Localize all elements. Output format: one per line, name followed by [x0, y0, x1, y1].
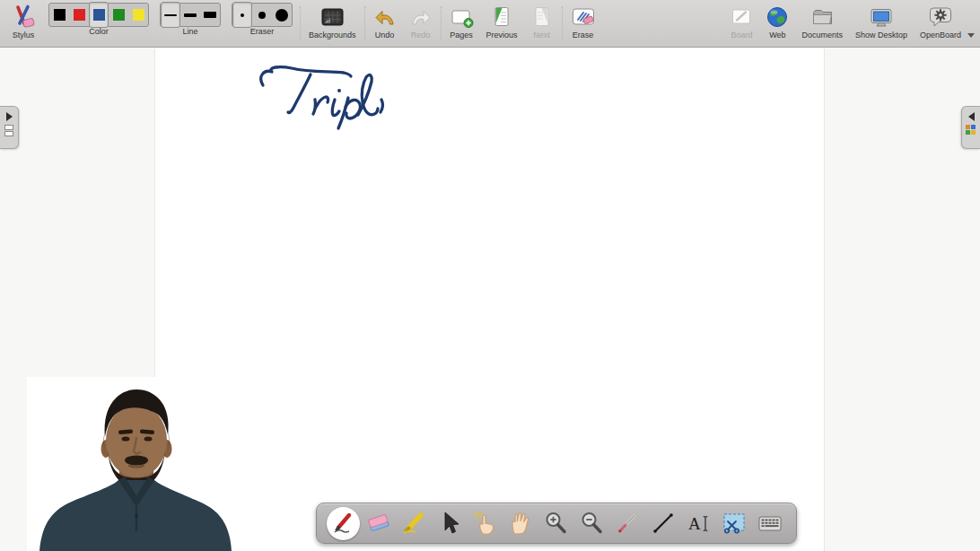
folder-icon — [810, 4, 835, 31]
line-thin-selected[interactable] — [161, 2, 180, 28]
toolbar-overflow-caret[interactable] — [967, 33, 975, 38]
line-tool-button[interactable] — [646, 505, 680, 541]
hand-tool-button[interactable] — [503, 505, 538, 541]
backgrounds-button[interactable]: Backgrounds — [302, 0, 363, 47]
color-swatch-black[interactable] — [49, 3, 69, 27]
previous-page-icon — [490, 4, 513, 31]
previous-page-button[interactable]: Previous — [480, 0, 524, 47]
capture-tool-button[interactable] — [717, 505, 751, 541]
toolbar-spacer — [602, 0, 724, 47]
eraser-icon — [365, 511, 392, 536]
color-swatch-green[interactable] — [109, 3, 128, 27]
color-swatch-yellow[interactable] — [128, 3, 148, 27]
laser-tool-button[interactable] — [610, 505, 644, 541]
color-swatch-group — [48, 3, 149, 27]
undo-button[interactable]: Undo — [367, 0, 403, 47]
show-desktop-label: Show Desktop — [855, 31, 907, 39]
redo-label: Redo — [411, 31, 431, 39]
stylus-palette: A — [316, 503, 797, 544]
whiteboard-page[interactable] — [154, 48, 825, 551]
line-thick[interactable] — [200, 3, 220, 27]
expand-left-icon — [968, 112, 975, 121]
top-toolbar: Stylus Color Line — [0, 0, 980, 48]
next-label: Next — [533, 31, 550, 39]
left-panel-tab[interactable] — [0, 106, 19, 149]
erase-label: Erase — [573, 31, 594, 39]
toolbar-separator — [364, 6, 365, 40]
pan-hand-icon — [507, 510, 534, 537]
zoom-out-icon — [580, 511, 605, 536]
eraser-size-group — [232, 3, 293, 27]
undo-label: Undo — [375, 31, 395, 39]
zoom-in-icon — [544, 511, 569, 536]
line-width-picker: Line — [154, 0, 226, 47]
line-label: Line — [182, 27, 197, 36]
eraser-tool-button[interactable] — [362, 505, 396, 541]
selected-tool-ring — [327, 507, 360, 540]
pen-icon — [330, 511, 355, 536]
eraser-label: Eraser — [250, 27, 275, 36]
color-label: Color — [89, 27, 109, 36]
highlighter-icon — [400, 511, 427, 536]
documents-label: Documents — [801, 31, 843, 39]
erase-button[interactable]: Erase — [564, 0, 602, 47]
backgrounds-label: Backgrounds — [309, 31, 356, 39]
eraser-medium[interactable] — [252, 3, 272, 27]
gear-bubble-icon — [928, 4, 953, 31]
documents-button[interactable]: Documents — [795, 0, 849, 47]
toolbar-separator — [562, 6, 563, 40]
toolbar-separator — [441, 6, 442, 40]
line-medium[interactable] — [180, 3, 200, 27]
previous-label: Previous — [486, 31, 518, 39]
zoom-out-tool-button[interactable] — [575, 505, 609, 541]
pen-tool-button[interactable] — [326, 505, 360, 541]
board-mode-icon — [730, 4, 753, 31]
right-panel-tab[interactable] — [961, 106, 980, 149]
capture-scissors-icon — [721, 511, 748, 536]
next-page-icon — [530, 4, 554, 31]
board-mode-button[interactable]: Board — [723, 0, 759, 47]
laser-pointer-icon — [615, 511, 640, 536]
expand-right-icon — [6, 112, 13, 121]
zoom-in-tool-button[interactable] — [539, 505, 573, 541]
interact-tool-button[interactable] — [468, 505, 503, 541]
pointing-hand-icon — [472, 510, 499, 537]
globe-icon — [766, 4, 789, 31]
text-icon: A — [685, 511, 713, 536]
chalkboard-icon — [320, 4, 345, 31]
stylus-pens-icon — [10, 4, 37, 31]
redo-arrow-icon — [409, 4, 433, 31]
selector-tool-button[interactable] — [433, 505, 467, 541]
web-label: Web — [769, 31, 785, 39]
toolbar-separator — [300, 6, 301, 40]
highlighter-tool-button[interactable] — [397, 505, 431, 541]
openboard-menu-button[interactable]: OpenBoard — [914, 0, 967, 47]
line-icon — [651, 511, 676, 536]
keyboard-icon — [757, 512, 783, 535]
add-page-icon — [450, 4, 474, 31]
redo-button[interactable]: Redo — [403, 0, 439, 47]
eraser-size-picker: Eraser — [226, 0, 298, 47]
show-desktop-button[interactable]: Show Desktop — [849, 0, 914, 47]
erase-board-icon — [571, 4, 596, 31]
color-swatch-blue-selected[interactable] — [89, 2, 109, 28]
color-picker: Color — [43, 0, 154, 47]
web-button[interactable]: Web — [759, 0, 795, 47]
pages-button[interactable]: Pages — [443, 0, 480, 47]
undo-arrow-icon — [373, 4, 397, 31]
monitor-icon — [869, 4, 894, 31]
stylus-button[interactable]: Stylus — [4, 0, 43, 47]
page-thumbnails-icon — [4, 125, 14, 138]
color-swatch-red[interactable] — [69, 3, 89, 27]
eraser-large[interactable] — [272, 3, 292, 27]
svg-text:A: A — [688, 514, 701, 533]
openboard-label: OpenBoard — [920, 31, 961, 39]
next-page-button[interactable]: Next — [524, 0, 560, 47]
stylus-label: Stylus — [13, 31, 35, 39]
eraser-small-selected[interactable] — [232, 2, 252, 28]
library-icon — [966, 125, 976, 136]
keyboard-tool-button[interactable] — [753, 505, 787, 541]
line-width-group — [160, 3, 221, 27]
text-tool-button[interactable]: A — [682, 505, 716, 541]
webcam-overlay — [27, 377, 233, 551]
